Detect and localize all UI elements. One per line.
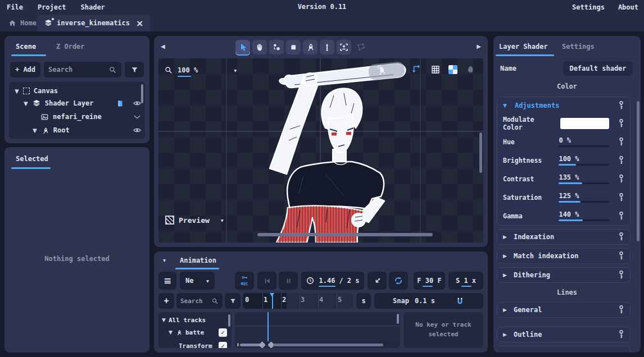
track-row-transform[interactable]: Transform ✓ — [179, 340, 227, 348]
dithering-section[interactable]: ▶ Dithering — [497, 267, 631, 283]
tree-row-image[interactable]: nefari_reine — [40, 111, 142, 123]
tool-pan-button[interactable] — [252, 40, 267, 54]
contrast-slider[interactable]: 135 % — [559, 173, 609, 184]
tab-document[interactable]: inverse_kinematics × — [37, 15, 150, 31]
keyframe-icon[interactable] — [618, 329, 624, 340]
fps-display[interactable]: F 30 F — [414, 272, 445, 290]
keyframe-icon[interactable] — [618, 232, 624, 242]
tab-close-icon[interactable]: × — [136, 18, 143, 29]
keyframe-icon[interactable] — [618, 100, 624, 111]
tool-frame-character-button[interactable] — [337, 40, 351, 54]
brightness-slider[interactable]: 100 % — [559, 155, 609, 166]
gamma-slider[interactable]: 140 % — [559, 210, 609, 221]
time-unit-button[interactable]: s — [356, 293, 371, 309]
keyframe-vscrollbar[interactable] — [397, 314, 399, 324]
autokey-record-button[interactable]: REC — [235, 272, 254, 290]
tab-settings[interactable]: Settings — [562, 43, 595, 51]
loop-button[interactable] — [389, 272, 408, 290]
adjustments-collapse-icon[interactable]: ▼ — [503, 103, 507, 108]
tool-rect-button[interactable] — [286, 40, 301, 54]
keyframe-icon[interactable] — [618, 270, 624, 280]
hue-slider[interactable]: 0 % — [559, 136, 609, 147]
collapse-caret-icon[interactable]: ▼ — [33, 127, 37, 134]
tab-home[interactable]: Home — [4, 15, 40, 31]
menu-settings[interactable]: Settings — [572, 3, 605, 11]
keyframe-area[interactable] — [235, 312, 400, 348]
transform-gizmo-icon[interactable] — [411, 64, 423, 75]
zoom-dropdown-caret-icon[interactable]: ▾ — [234, 67, 237, 74]
keyframe-icon[interactable] — [618, 193, 624, 203]
keyframe-playhead[interactable] — [267, 312, 269, 341]
preview-control[interactable]: Preview ▾ — [165, 216, 224, 225]
snap-control[interactable]: Snap 0.1 s — [374, 293, 483, 309]
track-filter-button[interactable] — [225, 293, 241, 309]
timeline-zoom-scrollbar[interactable] — [237, 342, 398, 347]
visibility-eye-icon[interactable] — [133, 99, 142, 108]
keyframe-icon[interactable] — [618, 305, 624, 315]
track-row-batte[interactable]: ▼ batte ✓ — [169, 327, 227, 338]
fit-timeline-button[interactable] — [368, 272, 387, 290]
checker-background-icon[interactable] — [448, 65, 457, 74]
time-display[interactable]: 1.46 / 2 s — [301, 272, 364, 290]
keyframe-icon[interactable] — [618, 251, 624, 261]
zoom-control[interactable]: 100 % ▾ — [164, 64, 237, 76]
modulate-color-swatch[interactable] — [560, 118, 609, 129]
tool-pin-button[interactable] — [320, 40, 334, 54]
preview-caret-icon[interactable]: ▾ — [221, 217, 224, 223]
grid-toggle-icon[interactable] — [430, 65, 441, 75]
zoom-handle-left[interactable] — [258, 341, 266, 348]
tab-layer-shader[interactable]: Layer Shader — [499, 43, 548, 51]
tool-select-button[interactable] — [235, 40, 250, 54]
pause-button[interactable] — [279, 272, 298, 290]
shader-book-icon[interactable] — [116, 99, 124, 108]
keyframe-icon[interactable] — [618, 137, 624, 147]
saturation-slider[interactable]: 125 % — [559, 192, 609, 203]
add-track-button[interactable]: + — [158, 293, 174, 309]
toolbar-scroll-right-icon[interactable]: ▶ — [477, 43, 481, 49]
tool-mesh-button[interactable] — [353, 40, 368, 54]
shader-panel-scrollbar[interactable] — [637, 101, 640, 241]
menu-about[interactable]: About — [618, 3, 638, 11]
tool-rocket-button[interactable] — [303, 40, 318, 54]
clip-dropdown[interactable]: Ne ▾ — [180, 272, 215, 290]
tree-row-canvas[interactable]: ▼ Canvas — [15, 85, 58, 97]
keyframe-icon[interactable] — [618, 211, 624, 221]
tab-selected[interactable]: Selected — [16, 155, 48, 163]
track-checkbox[interactable]: ✓ — [219, 328, 227, 337]
track-row-all[interactable]: ▼ All tracks — [162, 314, 206, 326]
keyframe-icon[interactable] — [618, 155, 624, 166]
scene-filter-button[interactable] — [125, 62, 144, 77]
add-button[interactable]: + Add — [10, 62, 40, 77]
tool-points-button[interactable] — [269, 40, 284, 54]
tree-row-shader-layer[interactable]: ▼ Shader Layer — [24, 97, 142, 109]
outline-section[interactable]: ▶ Outline — [497, 327, 631, 342]
keyframe-icon[interactable] — [618, 118, 624, 129]
shader-name-input[interactable]: Default shader — [563, 61, 633, 76]
match-indexation-section[interactable]: ▶ Match indexation — [497, 248, 631, 264]
track-search-input[interactable]: Search — [176, 293, 223, 309]
keyframe-icon[interactable] — [618, 174, 624, 184]
general-section[interactable]: ▶ General — [497, 302, 631, 318]
tab-z-order[interactable]: Z Order — [56, 43, 85, 51]
scene-tree-scrollbar[interactable] — [141, 84, 143, 103]
animation-collapse-caret-icon[interactable]: ▾ — [163, 257, 166, 263]
tree-row-root[interactable]: ▼ Root — [33, 124, 142, 136]
tab-scene[interactable]: Scene — [16, 43, 36, 51]
scene-search-input[interactable]: Search — [44, 62, 121, 77]
animation-menu-button[interactable]: ≡ — [158, 272, 176, 290]
track-checkbox[interactable]: ✓ — [219, 342, 227, 349]
collapse-caret-icon[interactable]: ▼ — [24, 100, 28, 107]
chevron-down-icon[interactable] — [133, 112, 142, 121]
onion-skin-icon[interactable] — [465, 65, 475, 75]
tab-animation[interactable]: Animation — [180, 257, 216, 264]
indexation-section[interactable]: ▶ Indexation — [497, 229, 631, 245]
speed-display[interactable]: S 1 x — [448, 272, 483, 290]
toolbar-scroll-left-icon[interactable]: ◀ — [161, 43, 165, 49]
track-list-scrollbar[interactable] — [228, 314, 230, 327]
canvas-viewport[interactable]: 100 % ▾ Preview ▾ — [158, 58, 483, 242]
playhead[interactable] — [270, 293, 275, 309]
skip-to-start-button[interactable] — [257, 272, 276, 290]
canvas-hscrollbar[interactable] — [257, 233, 433, 236]
canvas-vscrollbar[interactable] — [479, 132, 482, 173]
collapse-caret-icon[interactable]: ▼ — [15, 88, 19, 94]
